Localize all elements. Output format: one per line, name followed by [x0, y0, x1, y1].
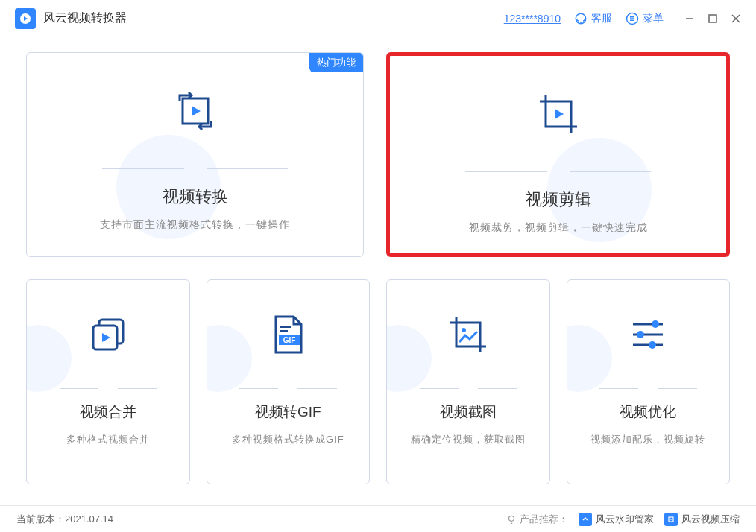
- version-label: 当前版本：: [16, 513, 65, 526]
- card-title: 视频优化: [620, 402, 676, 422]
- card-desc: 多种视频格式转换成GIF: [232, 433, 344, 446]
- svg-marker-11: [555, 109, 564, 119]
- titlebar: 风云视频转换器 123****8910 客服 菜单: [0, 0, 756, 37]
- menu-label: 菜单: [643, 12, 664, 25]
- menu-button[interactable]: 菜单: [626, 12, 664, 25]
- lightbulb-icon: [506, 514, 517, 525]
- account-phone-link[interactable]: 123****8910: [504, 13, 561, 25]
- close-icon: [731, 13, 741, 24]
- version-value: 2021.07.14: [65, 513, 113, 525]
- menu-list-icon: [626, 12, 639, 25]
- svg-point-21: [652, 320, 659, 328]
- card-video-merge[interactable]: 视频合并 多种格式视频合并: [26, 279, 190, 484]
- card-video-optimize[interactable]: 视频优化 视频添加配乐，视频旋转: [567, 279, 731, 484]
- svg-text:GIF: GIF: [283, 336, 296, 344]
- footer-bar: 当前版本： 2021.07.14 产品推荐： 风云水印管家 风云视频压缩: [0, 505, 756, 532]
- main-content: 热门功能 视频转换 支持市面主流视频格式转换，一键操作: [0, 37, 756, 484]
- sliders-icon: [624, 311, 672, 358]
- svg-marker-10: [192, 106, 201, 116]
- card-desc: 视频添加配乐，视频旋转: [590, 433, 705, 446]
- card-title: 视频剪辑: [526, 189, 591, 211]
- svg-point-25: [649, 341, 656, 349]
- card-video-convert[interactable]: 热门功能 视频转换 支持市面主流视频格式转换，一键操作: [26, 52, 364, 257]
- compress-app-icon: [664, 513, 678, 526]
- card-video-edit[interactable]: 视频剪辑 视频裁剪，视频剪辑，一键快速完成: [386, 52, 730, 257]
- minimize-icon: [684, 13, 695, 24]
- app-logo-icon: [15, 8, 36, 29]
- svg-point-19: [462, 328, 466, 332]
- convert-icon: [169, 85, 221, 137]
- headset-icon: [574, 12, 588, 25]
- product-label: 风云水印管家: [596, 513, 654, 526]
- maximize-icon: [708, 14, 717, 23]
- card-video-gif[interactable]: GIF 视频转GIF 多种视频格式转换成GIF: [207, 279, 371, 484]
- merge-icon: [84, 311, 132, 358]
- svg-rect-6: [709, 15, 716, 22]
- window-close-button[interactable]: [731, 13, 741, 24]
- card-desc: 多种格式视频合并: [66, 433, 150, 446]
- card-title: 视频截图: [440, 402, 497, 422]
- screenshot-icon: [444, 311, 492, 358]
- card-title: 视频转GIF: [255, 402, 321, 422]
- gif-file-icon: GIF: [267, 311, 309, 358]
- window-maximize-button[interactable]: [708, 13, 717, 24]
- app-title: 风云视频转换器: [43, 10, 127, 26]
- card-desc: 视频裁剪，视频剪辑，一键快速完成: [469, 221, 648, 235]
- card-title: 视频转换: [163, 186, 228, 208]
- customer-support-button[interactable]: 客服: [574, 12, 612, 25]
- product-link-watermark[interactable]: 风云水印管家: [579, 513, 654, 526]
- product-link-compress[interactable]: 风云视频压缩: [664, 513, 740, 526]
- window-minimize-button[interactable]: [684, 13, 695, 24]
- watermark-app-icon: [579, 513, 592, 526]
- recommend-label: 产品推荐：: [506, 513, 568, 526]
- card-desc: 精确定位视频，获取截图: [411, 433, 526, 446]
- card-desc: 支持市面主流视频格式转换，一键操作: [100, 218, 290, 232]
- svg-point-26: [509, 516, 514, 521]
- svg-point-23: [637, 331, 644, 338]
- crop-edit-icon: [532, 88, 585, 140]
- card-video-screenshot[interactable]: 视频截图 精确定位视频，获取截图: [386, 279, 550, 484]
- product-label: 风云视频压缩: [681, 513, 740, 526]
- support-label: 客服: [591, 12, 612, 25]
- card-title: 视频合并: [80, 402, 136, 422]
